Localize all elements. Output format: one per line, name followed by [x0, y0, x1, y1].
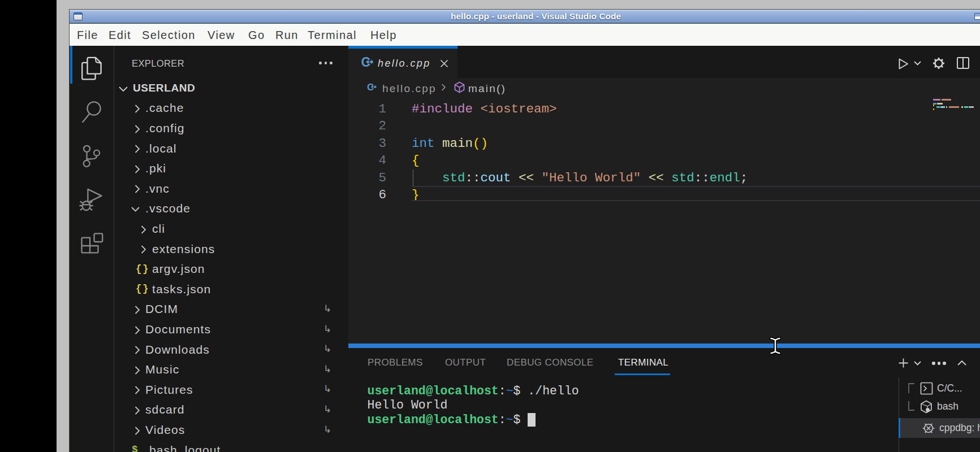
svg-text:s: s: [927, 408, 929, 412]
